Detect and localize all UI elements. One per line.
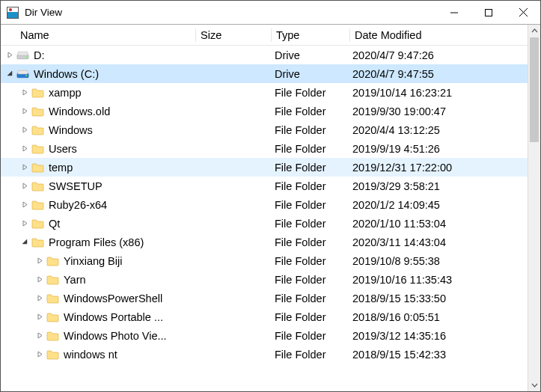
row-name-label: WindowsPowerShell xyxy=(64,293,162,304)
expander-closed-icon xyxy=(37,332,43,339)
cell-type: File Folder xyxy=(270,87,348,99)
tree-row[interactable]: Windows.oldFile Folder2019/9/30 19:00:47 xyxy=(1,102,528,120)
tree-row[interactable]: YarnFile Folder2019/10/16 11:35:43 xyxy=(1,270,528,289)
cell-name: Windows.old xyxy=(31,105,195,117)
expander[interactable] xyxy=(19,145,31,152)
vertical-scrollbar[interactable] xyxy=(528,25,540,391)
tree-row[interactable]: Windows Photo Vie...File Folder2019/3/12… xyxy=(1,326,528,345)
folder-icon xyxy=(31,218,44,229)
cell-name: D: xyxy=(16,49,195,61)
row-name-label: Yinxiang Biji xyxy=(64,255,122,267)
column-header-size[interactable]: Size xyxy=(196,29,271,41)
tree-row[interactable]: Windows (C:)Drive2020/4/7 9:47:55 xyxy=(1,64,528,83)
expander[interactable] xyxy=(34,313,46,320)
row-name-label: temp xyxy=(49,162,73,174)
cell-date: 2020/3/11 14:43:04 xyxy=(348,236,498,248)
tree-row[interactable]: Windows Portable ...File Folder2018/9/16… xyxy=(1,307,528,326)
expander[interactable] xyxy=(34,351,46,358)
expander-closed-icon xyxy=(22,164,28,171)
cell-type: File Folder xyxy=(270,105,348,117)
tree-view[interactable]: Name Size Type Date Modified D:Drive2020… xyxy=(1,25,528,391)
column-header-name[interactable]: Name xyxy=(16,29,195,41)
scroll-up-button[interactable] xyxy=(528,25,540,37)
cell-name: windows nt xyxy=(46,349,195,361)
folder-icon xyxy=(31,88,44,98)
cell-name: Ruby26-x64 xyxy=(31,199,195,211)
folder-icon xyxy=(46,349,59,360)
minimize-button[interactable] xyxy=(437,1,471,24)
folder-icon xyxy=(46,312,59,322)
cell-type: File Folder xyxy=(270,199,348,211)
tree-row[interactable]: SWSETUPFile Folder2019/3/29 3:58:21 xyxy=(1,177,528,195)
folder-icon xyxy=(46,255,59,267)
cell-name: Windows Photo Vie... xyxy=(46,330,195,342)
row-name-label: Program Files (x86) xyxy=(49,236,144,248)
expander[interactable] xyxy=(34,332,46,339)
expander[interactable] xyxy=(34,257,46,264)
cell-type: File Folder xyxy=(270,124,348,136)
row-name-label: Users xyxy=(49,143,77,155)
folder-icon xyxy=(31,200,44,210)
cell-name: Users xyxy=(31,143,195,155)
tree-row[interactable]: Yinxiang BijiFile Folder2019/10/8 9:55:3… xyxy=(1,251,528,270)
expander[interactable] xyxy=(19,126,31,133)
expander[interactable] xyxy=(19,220,31,227)
expander[interactable] xyxy=(34,276,46,283)
cell-type: File Folder xyxy=(270,311,348,323)
tree-row[interactable]: D:Drive2020/4/7 9:47:26 xyxy=(1,46,528,64)
expander[interactable] xyxy=(19,239,31,245)
expander-closed-icon xyxy=(37,276,43,283)
tree-row[interactable]: WindowsPowerShellFile Folder2018/9/15 15… xyxy=(1,289,528,307)
cell-date: 2018/9/15 15:33:50 xyxy=(348,293,498,304)
titlebar[interactable]: Dir View xyxy=(1,1,540,25)
expander[interactable] xyxy=(19,108,31,114)
cell-type: File Folder xyxy=(270,255,348,267)
expander[interactable] xyxy=(4,52,16,58)
expander[interactable] xyxy=(19,164,31,171)
drive-icon xyxy=(16,68,29,80)
cell-date: 2020/4/4 13:12:25 xyxy=(348,124,498,136)
tree-row[interactable]: windows ntFile Folder2018/9/15 15:42:33 xyxy=(1,345,528,364)
tree-row[interactable]: Ruby26-x64File Folder2020/1/2 14:09:45 xyxy=(1,195,528,214)
expander-open-icon xyxy=(22,239,28,245)
cell-name: Program Files (x86) xyxy=(31,236,195,248)
row-name-label: Yarn xyxy=(64,274,86,286)
drive-icon xyxy=(16,50,29,61)
expander-closed-icon xyxy=(37,351,43,358)
tree-row[interactable]: tempFile Folder2019/12/31 17:22:00 xyxy=(1,158,528,177)
column-header-date[interactable]: Date Modified xyxy=(350,29,500,41)
row-name-label: Qt xyxy=(49,218,60,230)
cell-type: File Folder xyxy=(270,274,348,286)
expander[interactable] xyxy=(19,89,31,96)
cell-date: 2018/9/15 15:42:33 xyxy=(348,349,498,361)
tree-row[interactable]: Program Files (x86)File Folder2020/3/11 … xyxy=(1,233,528,251)
maximize-button[interactable] xyxy=(471,1,506,24)
cell-name: temp xyxy=(31,162,195,174)
tree-row[interactable]: QtFile Folder2020/1/10 11:53:04 xyxy=(1,214,528,233)
expander-closed-icon xyxy=(22,108,28,114)
scroll-thumb[interactable] xyxy=(530,37,539,142)
expander-closed-icon xyxy=(22,89,28,96)
scroll-down-button[interactable] xyxy=(528,379,540,391)
svg-rect-5 xyxy=(17,52,27,55)
expander[interactable] xyxy=(34,295,46,301)
expander-closed-icon xyxy=(22,126,28,133)
folder-icon xyxy=(31,237,44,248)
tree-row[interactable]: WindowsFile Folder2020/4/4 13:12:25 xyxy=(1,120,528,139)
tree-row[interactable]: UsersFile Folder2019/9/19 4:51:26 xyxy=(1,139,528,158)
close-button[interactable] xyxy=(506,1,540,24)
row-name-label: SWSETUP xyxy=(49,180,103,192)
cell-date: 2019/10/16 11:35:43 xyxy=(348,274,498,286)
scroll-track[interactable] xyxy=(528,37,540,379)
cell-type: File Folder xyxy=(270,143,348,155)
expander[interactable] xyxy=(19,201,31,208)
cell-name: xampp xyxy=(31,87,195,99)
expander[interactable] xyxy=(4,70,16,77)
column-header-type[interactable]: Type xyxy=(272,29,349,41)
row-name-label: Windows Portable ... xyxy=(64,311,163,323)
expander[interactable] xyxy=(19,183,31,189)
svg-point-9 xyxy=(25,74,27,76)
folder-icon xyxy=(46,293,59,304)
folder-icon xyxy=(31,143,44,155)
tree-row[interactable]: xamppFile Folder2019/10/14 16:23:21 xyxy=(1,83,528,102)
